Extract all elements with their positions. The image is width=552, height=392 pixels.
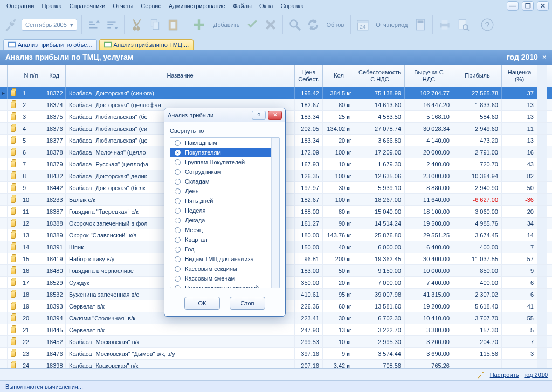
title-text: Анализ прибыли по ТМЦ, услугам [5,53,133,61]
group-by-option[interactable]: Сотрудникам [170,167,279,177]
radio-icon [175,266,181,272]
search-icon[interactable] [287,15,302,34]
calendar-icon[interactable]: 24 [355,15,370,34]
preview-icon[interactable] [456,15,471,34]
col-code[interactable]: Код [43,65,66,87]
document-tab[interactable]: Анализ прибыли по объе... [3,39,97,50]
analysis-dialog: Анализ прибыли ? ✕ Свернуть по Накладным… [164,108,286,317]
dialog-close-button[interactable]: ✕ [268,111,282,120]
folder-icon [11,137,16,144]
col-margin[interactable]: Наценка (%) [502,65,537,87]
group-by-option[interactable]: Группам Покупателей [170,157,279,167]
group-by-option[interactable]: Накладным [170,138,279,148]
radio-icon [175,276,181,282]
svg-text:?: ? [485,20,489,29]
group-by-option[interactable]: Неделя [170,206,279,215]
menu-item[interactable]: Сервис [137,2,164,10]
group-by-list[interactable]: НакладнымПокупателямГруппам ПокупателейС… [170,137,280,288]
radio-icon [175,247,181,253]
menu-item[interactable]: Администрирование [165,2,229,10]
col-price[interactable]: Цена Себест. [295,65,323,87]
group-by-option[interactable]: Месяц [170,225,279,235]
menu-item[interactable]: Окна [256,2,277,10]
dialog-help-button[interactable]: ? [252,111,266,120]
folder-icon [11,220,16,227]
svg-rect-3 [170,22,175,29]
menu-item[interactable]: Справочники [66,2,109,10]
group-by-option[interactable]: Видам товарных операций [170,283,279,288]
col-prof[interactable]: Прибыль [453,65,502,87]
refresh-icon[interactable] [306,15,321,34]
group-by-option[interactable]: Складам [170,177,279,186]
listbox-scrollbar[interactable] [271,138,279,288]
group-by-option[interactable]: День [170,186,279,196]
group-by-option[interactable]: Кассовым секциям [170,264,279,274]
folder-icon [11,90,16,96]
folder-icon [11,244,16,250]
folder-icon [11,185,16,191]
ok-button[interactable]: ОК [184,297,220,310]
svg-rect-20 [105,43,111,47]
restore-button[interactable]: ❐ [522,1,534,11]
col-qty[interactable]: Кол [323,65,355,87]
document-tab[interactable]: Анализ прибыли по ТМЦ,... [99,39,194,50]
menu-item[interactable]: Файлы [230,2,255,10]
group-by-option[interactable]: Покупателям [170,148,279,157]
print-icon[interactable] [437,15,452,34]
table-row[interactable]: ▸118372Колбаса "Докторская" (синюга)195.… [0,87,552,99]
status-text: Выполняются вычисления... [5,383,83,390]
radio-icon [175,227,181,233]
grid-header: N п/п Код Название Цена Себест. Кол Себе… [0,65,552,87]
table-row[interactable]: 2318476Колбаса "Московская" "Дымов" в/к,… [0,348,552,360]
sort-asc-icon[interactable] [86,15,101,34]
menu-item[interactable]: Справка [277,2,307,10]
sort-desc-icon[interactable] [105,15,120,34]
folder-icon [11,102,16,108]
configure-link[interactable]: Настроить [490,372,519,378]
wrench-icon [477,371,485,379]
group-by-option[interactable]: Пять дней [170,196,279,206]
menu-item[interactable]: Отчеты [109,2,136,10]
radio-icon [175,256,181,262]
table-row[interactable]: 2418398Колбаса "Краковская" п/к207.163.4… [0,360,552,368]
page-title: Анализ прибыли по ТМЦ, услугам год 2010× [0,50,552,65]
help-icon[interactable]: ? [480,15,495,34]
stop-button[interactable]: Стоп [230,297,265,310]
group-by-option[interactable]: Кассовым сменам [170,274,279,283]
group-by-option[interactable]: Видам ТМЦ для анализа [170,254,279,264]
minimize-button[interactable]: — [507,1,519,11]
period-select[interactable]: Сентябрь 2005 ▾ [22,19,77,31]
col-cost[interactable]: Себестоимость С НДС [355,65,405,87]
table-row[interactable]: 2218452Колбаса "Московская" в/к299.5310 … [0,336,552,348]
close-icon[interactable]: × [542,53,547,61]
period-label: Сентябрь 2005 [25,22,67,28]
folder-icon [11,149,16,156]
cut-icon[interactable] [129,15,144,34]
tools-icon[interactable] [3,15,18,34]
menu-item[interactable]: Правка [38,2,65,10]
group-by-option[interactable]: Квартал [170,235,279,244]
col-name[interactable]: Название [66,65,295,87]
svg-point-4 [291,20,298,27]
table-row[interactable]: 2118445Сервелат п/к247.9013 кг3 222.703 … [0,324,552,336]
col-rev[interactable]: Выручка С НДС [405,65,453,87]
delete-icon[interactable] [263,15,278,34]
svg-rect-1 [153,22,159,30]
group-by-option[interactable]: Год [170,244,279,254]
paste-icon[interactable] [165,15,181,34]
col-n[interactable]: N п/п [19,65,43,87]
add-button[interactable] [190,15,208,34]
radio-icon [175,285,181,289]
svg-text:24: 24 [360,24,366,30]
radio-icon [175,169,181,175]
menu-item[interactable]: Операции [3,2,37,10]
copy-icon[interactable] [147,15,162,34]
group-by-option[interactable]: Декада [170,215,279,225]
bottom-period-link[interactable]: год 2010 [524,372,548,378]
folder-icon [11,114,16,120]
status-bar: Выполняются вычисления... [0,380,552,392]
radio-icon [175,140,181,146]
close-button[interactable]: ✕ [537,1,549,11]
apply-icon[interactable] [245,15,260,34]
calc-icon[interactable] [413,15,428,34]
